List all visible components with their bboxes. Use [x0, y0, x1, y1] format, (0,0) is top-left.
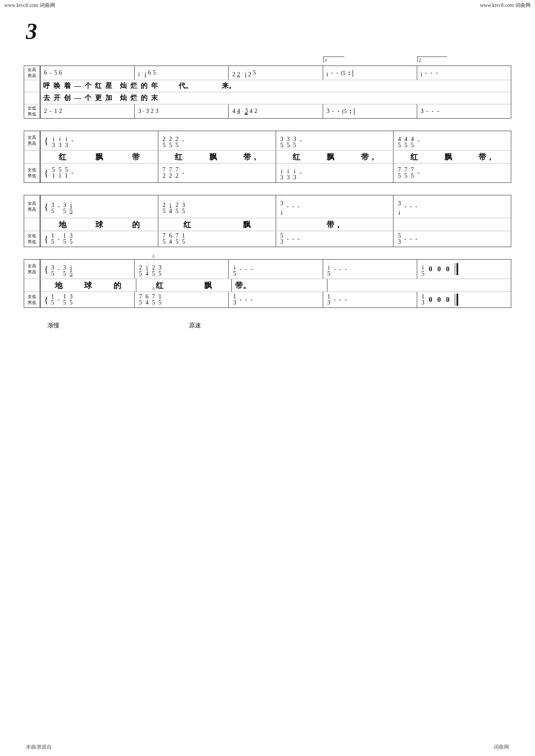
s3-voice-top: 女高 男高	[24, 195, 41, 218]
s2-bar2-top: ·2 5 ·2 5 ·2 5 -	[158, 131, 276, 150]
s3-lyric-1: 地 球 的	[41, 218, 158, 231]
chord: ·2 5	[176, 133, 179, 148]
s3-bar2-top: ·2 5 ·i 4 ·2 5 ·3 5	[158, 195, 276, 218]
chord: ^ ·2 5	[152, 261, 155, 277]
note: ·2	[248, 68, 251, 78]
chord: ·3 5	[287, 133, 290, 148]
bar-3-top: ·2 ·2 · ·i ·2 5	[229, 66, 323, 80]
s4-lyric-4	[327, 279, 511, 292]
chord: ·3 ·i	[280, 197, 283, 216]
lyrics-line-1: 呼 唤 着 — 个 红 星 灿 烂 的 年 代。 来。	[41, 81, 238, 91]
chord: ·2 5	[176, 199, 179, 214]
chord: 7 5	[163, 233, 166, 245]
footer-right: 词曲网	[494, 743, 509, 751]
chord: 1 5	[158, 294, 161, 306]
footer: 本曲谱源自 词曲网	[0, 743, 535, 751]
section-1: 女高 男高 6 - 5 6 ·i · ·i 6 5	[24, 66, 511, 119]
bar-1-bot: 2 - 1 2	[41, 104, 135, 118]
note: 2	[59, 108, 62, 114]
s3-bot-notes: 女低 男低 { 1 5 - 1 5 3 5	[24, 231, 511, 247]
lyrics-spacer	[24, 80, 41, 92]
slur4-top	[137, 255, 221, 261]
chord: ·4 5	[404, 133, 407, 148]
chord: ·i 3	[287, 165, 290, 181]
s4-lyrics-spacer	[24, 279, 41, 292]
s4-bar2-top: ·2 5 ·i 4 ^ ·2 5 ·3 5	[135, 260, 229, 279]
s4-lyrics-content: 地 球 的 红 飘 带。	[41, 279, 511, 292]
note: 5	[54, 70, 57, 76]
chord: ·3 5	[51, 261, 54, 277]
lyrics-top: 呼 唤 着 — 个 红 星 灿 烂 的 年 代。 来。	[24, 80, 511, 92]
bar-4-bot: 3 - - (5 : |	[323, 104, 417, 118]
chord: ·i 5	[69, 199, 72, 214]
s3-voice-bot: 女低 男低	[24, 231, 41, 247]
chord: 1 5	[63, 294, 66, 306]
voice-label-fh-mh: 女高 男高	[24, 66, 41, 80]
s2-lyric-3: 红 飘 带，	[276, 151, 394, 163]
chord: 1 5	[51, 294, 54, 306]
note: ·i	[245, 68, 246, 78]
s3b-bar4-bot: 5 3 - - -	[393, 231, 511, 247]
chord: ·2 5	[169, 133, 172, 148]
chord: ·2 5	[163, 133, 166, 148]
header-right: www.ktvc8.com 词曲网	[480, 2, 531, 9]
chord: ·i 5	[69, 261, 72, 277]
tempo-annotations: 渐慢 原速	[24, 320, 511, 331]
measures-bottom: 2 - 1 2 3 · 3 2 3 4 4 · 3	[41, 104, 511, 118]
chord: ^ 7 5	[152, 294, 155, 306]
chord: ·3 5	[158, 261, 161, 277]
note: 2	[44, 108, 47, 114]
s4b-bar2-bot: 7 5 6 4 ^ 7 5 1 5	[135, 292, 229, 307]
chord: ·i 5	[327, 261, 330, 277]
chord: 1 5	[182, 233, 185, 245]
s2-bar3-top: ·3 5 ·3 5 ·3 5 -	[276, 131, 394, 150]
note: 6	[148, 70, 151, 76]
chord: ·i 5	[422, 261, 425, 277]
chord: 1 3	[327, 294, 330, 306]
chord: 7 5	[404, 167, 407, 179]
s4-lyrics: 地 球 的 红 飘 带。	[24, 279, 511, 292]
s2-measures-bot: { 5 1 5 1 5 1 - 7 2	[41, 163, 511, 182]
chord: 5 3	[398, 233, 401, 245]
s2-bar2-bot: 7 2 7 2 7 2 -	[158, 163, 276, 182]
s3-bar4-top: ·3 ·i - - -	[393, 195, 511, 218]
female-high-male-high-notes: 女高 男高 6 - 5 6 ·i · ·i 6 5	[24, 66, 511, 80]
s2-measures-top: { ·i 3 ·i 3 ·i 3 - ·2 5	[41, 131, 511, 150]
s3-lyric-3: 带，	[276, 218, 394, 231]
s3-bar3-top: ·3 ·i - - -	[276, 195, 394, 218]
s2-lyrics-spacer	[24, 151, 41, 163]
section-4: 女高 男高 { ·3 5 - ·3 5 ·i 5	[24, 259, 511, 308]
header-left: www.ktvc8.com 词曲网	[4, 2, 55, 9]
s4-bot-notes: 女低 男低 { 1 5 - 1 5 3 5	[24, 292, 511, 307]
s2-lyric-2: 红 飘 带，	[158, 151, 276, 163]
chord: 1 3	[233, 294, 236, 306]
chord: 6 4	[145, 294, 148, 306]
s2-bar4-top: ·4 5 ·4 5 ·4 5 -	[393, 131, 511, 150]
slur2	[160, 191, 290, 197]
chord: ·4 5	[411, 133, 414, 148]
s2-bar3-bot: ·i 3 ·i 3 ·i 3 -	[276, 163, 394, 182]
measures-top: 6 - 5 6 ·i · ·i 6 5 ·2 ·2 ·	[41, 66, 511, 80]
s4-bar3-top: ·i 5 - - -	[229, 260, 323, 279]
note: ·2	[237, 68, 240, 78]
s4b-bar4-bot: 1 3 - - -	[323, 292, 417, 307]
note: ·i	[145, 68, 146, 78]
note: 4	[232, 108, 235, 114]
chord: ·3 5	[63, 199, 66, 214]
note: 6	[59, 70, 62, 76]
s4-bar4-top: ·i 5 - - -	[323, 260, 417, 279]
s3b-bar2-bot: 7 5 6 4 7 5 1 5	[158, 231, 276, 247]
chord: 7 5	[176, 233, 179, 245]
yuansu-label: 原速	[189, 322, 201, 329]
note: 4	[237, 108, 240, 114]
slur3	[277, 191, 341, 197]
note: 3	[245, 108, 248, 115]
chord: ·i 3	[59, 133, 62, 148]
lyrics-spacer2	[24, 92, 41, 104]
slur4-bot	[137, 288, 221, 294]
final-barline	[455, 263, 459, 275]
bar-5-bot: 3 - - -	[417, 104, 511, 118]
chord: ·i 3	[280, 165, 283, 181]
s2-lyrics-content: 红 飘 带 红 飘 带， 红 飘 带， 红 飘 带，	[41, 151, 511, 163]
note: 5	[153, 70, 156, 76]
